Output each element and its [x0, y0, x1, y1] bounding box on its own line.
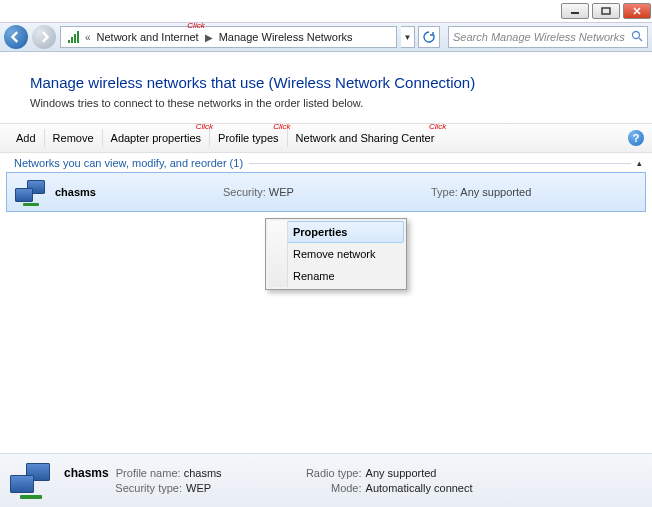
context-menu-properties[interactable]: Properties [268, 221, 404, 243]
details-title: chasms [64, 466, 109, 480]
network-row-chasms[interactable]: chasms Security: WEP Type: Any supported [6, 172, 646, 212]
network-list: chasms Security: WEP Type: Any supported [0, 172, 652, 422]
refresh-button[interactable] [418, 26, 440, 48]
chevron-right-icon[interactable]: ▶ [203, 32, 215, 43]
profile-name-label: Profile name: [116, 467, 181, 479]
minimize-button[interactable] [561, 3, 589, 19]
breadcrumb-sep: « [83, 32, 93, 43]
details-pane: chasms Profile name: chasms Security typ… [0, 453, 652, 507]
security-type-label: Security type: [64, 481, 182, 496]
security-value: WEP [269, 186, 294, 198]
search-icon [631, 30, 643, 44]
network-sharing-center-button[interactable]: Network and Sharing Center Click [288, 132, 443, 144]
toolbar: Add Remove Adapter properties Click Prof… [0, 123, 652, 153]
network-name: chasms [55, 186, 215, 198]
svg-rect-0 [571, 12, 579, 14]
mode-value: Automatically connect [366, 481, 473, 496]
back-button[interactable] [4, 25, 28, 49]
toolbar-label: Network and Sharing Center [296, 132, 435, 144]
toolbar-label: Adapter properties [111, 132, 202, 144]
breadcrumb-dropdown[interactable]: ▼ [401, 26, 415, 48]
adapter-properties-button[interactable]: Adapter properties Click [103, 132, 210, 144]
page-title: Manage wireless networks that use (Wirel… [30, 74, 630, 91]
title-bar [0, 0, 652, 22]
network-type: Type: Any supported [431, 186, 637, 198]
click-annotation: Click [273, 122, 290, 131]
breadcrumb-manage-wireless[interactable]: Manage Wireless Networks [217, 31, 355, 43]
breadcrumb-label: Network and Internet [97, 31, 199, 43]
signal-icon [65, 30, 81, 44]
group-divider [249, 163, 631, 164]
page-subtitle: Windows tries to connect to these networ… [0, 97, 652, 123]
radio-type-label: Radio type: [292, 466, 362, 481]
add-button[interactable]: Add [8, 132, 44, 144]
navigation-bar: « Network and Internet Click ▶ Manage Wi… [0, 22, 652, 52]
group-header: Networks you can view, modify, and reord… [0, 153, 652, 172]
context-menu-remove[interactable]: Remove network [268, 243, 404, 265]
maximize-button[interactable] [592, 3, 620, 19]
security-type-value: WEP [186, 481, 211, 496]
breadcrumb[interactable]: « Network and Internet Click ▶ Manage Wi… [60, 26, 397, 48]
type-value: Any supported [460, 186, 531, 198]
page-heading-row: Manage wireless networks that use (Wirel… [0, 52, 652, 97]
network-icon [10, 461, 54, 501]
network-security: Security: WEP [223, 186, 423, 198]
search-input[interactable]: Search Manage Wireless Networks [448, 26, 648, 48]
svg-rect-1 [602, 8, 610, 14]
collapse-icon[interactable]: ▴ [637, 158, 642, 168]
click-annotation: Click [429, 122, 446, 131]
group-header-label: Networks you can view, modify, and reord… [14, 157, 243, 169]
help-icon[interactable]: ? [628, 130, 644, 146]
close-button[interactable] [623, 3, 651, 19]
breadcrumb-network-internet[interactable]: Network and Internet Click [95, 31, 201, 43]
remove-button[interactable]: Remove [45, 132, 102, 144]
toolbar-label: Profile types [218, 132, 279, 144]
context-menu-gutter [268, 221, 288, 287]
svg-point-2 [633, 32, 640, 39]
click-annotation: Click [196, 122, 213, 131]
context-menu: Properties Remove network Rename [265, 218, 407, 290]
search-placeholder: Search Manage Wireless Networks [453, 31, 625, 43]
security-label: Security: [223, 186, 266, 198]
click-annotation: Click [187, 21, 204, 30]
type-label: Type: [431, 186, 458, 198]
context-menu-rename[interactable]: Rename [268, 265, 404, 287]
network-icon [15, 178, 47, 206]
mode-label: Mode: [292, 481, 362, 496]
profile-types-button[interactable]: Profile types Click [210, 132, 287, 144]
profile-name-value: chasms [184, 467, 222, 479]
forward-button[interactable] [32, 25, 56, 49]
radio-type-value: Any supported [366, 466, 437, 481]
